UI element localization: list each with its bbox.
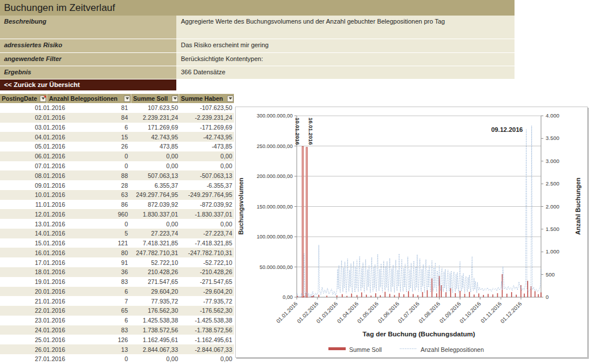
y-left-axis-title: Buchungsvolumen (237, 177, 244, 234)
table-cell: 08.01.2016 (0, 172, 67, 179)
column-header-label: Summe Haben (181, 95, 223, 102)
table-cell: -7.418.321,85 (179, 240, 234, 247)
table-row[interactable]: 06.01.201600,000,00 (0, 151, 234, 161)
table-cell: 2.844.067,33 (130, 346, 179, 353)
table-row[interactable]: 21.01.2016777.935,72-77.935,72 (0, 296, 234, 306)
table-row[interactable]: 22.01.201665176.562,30-176.562,30 (0, 306, 234, 316)
info-value: 366 Datensätze (176, 66, 515, 79)
table-row[interactable]: 25.01.20161261.162.495,61-1.162.495,61 (0, 335, 234, 344)
table-row[interactable]: 24.01.2016831.738.572,56-1.738.572,56 (0, 325, 234, 335)
filter-dropdown-icon[interactable] (227, 96, 233, 102)
table-cell: 04.01.2016 (0, 134, 67, 141)
table-row[interactable]: 19.01.201683271.547,65-271.547,65 (0, 277, 234, 287)
table-row[interactable]: 17.01.20169152.722,10-52.722,10 (0, 257, 234, 267)
table-row[interactable]: 15.01.20161217.418.321,85-7.418.321,85 (0, 238, 234, 248)
bar-summe-soll (450, 288, 451, 297)
table-row[interactable]: 16.01.201680247.782.710,31-247.782.710,3… (0, 248, 234, 257)
chart-container: 0,0050.000.000,00100.000.000,00150.000.0… (235, 107, 588, 358)
table-row[interactable]: 04.01.20161542.743,95-42.743,95 (0, 132, 234, 142)
x-tick-label: 01.08.2016 (417, 301, 441, 324)
info-row-beschreibung: Beschreibung Aggregierte Werte des Buchu… (0, 16, 515, 39)
table-row[interactable]: 18.01.201636210.428,26-210.428,26 (0, 267, 234, 277)
filter-dropdown-icon[interactable] (172, 96, 178, 102)
bar-summe-soll (302, 146, 304, 297)
info-value: Aggregierte Werte des Buchungsvolumens u… (176, 16, 515, 39)
table-row[interactable]: 20.01.2016629.604,20-29.604,20 (0, 287, 234, 297)
table-cell: 07.01.2016 (0, 162, 67, 169)
back-to-overview-button[interactable]: << Zurück zur Übersicht (0, 79, 176, 90)
table-cell: -210.428,26 (179, 268, 234, 275)
filter-dropdown-icon[interactable] (40, 96, 46, 102)
table-cell: 6 (67, 317, 130, 324)
legend-label-summe-soll: Summe Soll (349, 346, 382, 353)
table-cell: 02.01.2016 (0, 114, 67, 121)
table-row[interactable]: 14.01.2016527.223,74-27.223,74 (0, 229, 234, 238)
table-cell: 0,00 (130, 221, 179, 227)
y-right-tick-label: 0 (546, 294, 549, 300)
table-row[interactable]: 02.01.2016842.239.231,24-2.239.231,24 (0, 113, 234, 123)
table-row[interactable]: 10.01.201663249.297.764,95-249.297.764,9… (0, 190, 234, 200)
y-right-tick-label: 2.500 (546, 180, 559, 187)
table-cell: 121 (67, 240, 130, 247)
bar-summe-soll (511, 292, 512, 297)
bar-summe-soll (540, 293, 542, 297)
table-cell: 1.162.495,61 (130, 336, 179, 343)
table-cell: 10.01.2016 (0, 191, 67, 198)
table-cell: 83 (67, 327, 130, 333)
table-row[interactable]: 09.01.2016286.355,37-6.355,37 (0, 180, 234, 190)
table-cell: 24.01.2016 (0, 327, 67, 333)
x-tick-label: 01.05.2016 (356, 301, 380, 324)
line-anzahl-belegpositionen (297, 126, 541, 297)
bar-summe-soll (375, 293, 376, 297)
table-cell: 84 (67, 114, 130, 121)
table-cell: -1.738.572,56 (179, 327, 234, 333)
legend-swatch-summe-soll (328, 347, 346, 350)
table-row[interactable]: 26.01.2016132.844.067,33-2.844.067,33 (0, 344, 234, 354)
table-row[interactable]: 13.01.201600,000,00 (0, 219, 234, 229)
table-cell: 26.01.2016 (0, 346, 67, 353)
table-cell: 249.297.764,95 (130, 191, 179, 198)
info-label: Ergebnis (0, 66, 176, 79)
info-row-risiko: adressiertes Risiko Das Risiko erscheint… (0, 39, 515, 53)
table-row[interactable]: 07.01.201600,000,00 (0, 161, 234, 171)
y-right-tick-label: 4.000 (546, 112, 559, 119)
table-header: PostingDateAnzahl BelegpositionenSumme S… (0, 94, 234, 103)
table-cell: -1.162.495,61 (179, 336, 234, 343)
bar-summe-soll (538, 294, 539, 297)
table-row[interactable]: 03.01.20166171.269,69-171.269,69 (0, 123, 234, 132)
annotation-label: 10.01.2016 (294, 117, 301, 145)
table-cell: 0,00 (179, 355, 234, 362)
bar-summe-soll (306, 147, 308, 297)
table-cell: 13.01.2016 (0, 221, 67, 227)
y-left-tick-label: 100.000.000,00 (256, 234, 293, 240)
table-cell: -107.623,50 (179, 104, 234, 111)
table-cell: 77.935,72 (130, 298, 179, 305)
table-cell: -247.782.710,31 (179, 249, 234, 256)
table-row[interactable]: 23.01.201661.425.538,38-1.425.538,38 (0, 316, 234, 325)
bar-summe-soll (357, 295, 358, 297)
table-cell: 21.01.2016 (0, 298, 67, 305)
y-right-tick-label: 1.000 (546, 248, 559, 255)
table-body: 01.01.201681107.623,50-107.623,5002.01.2… (0, 103, 234, 364)
table-cell: 1.738.572,56 (130, 327, 179, 333)
annotation-label: 09.12.2016 (491, 126, 523, 133)
table-cell: 81 (67, 104, 130, 111)
y-right-tick-label: 1.500 (546, 226, 559, 232)
table-cell: -77.935,72 (179, 298, 234, 305)
info-row-filter: angewendete Filter Berücksichtigte Konte… (0, 53, 515, 66)
table-row[interactable]: 27.01.201600,000,00 (0, 354, 234, 364)
y-left-tick-label: 250.000.000,00 (256, 143, 293, 149)
table-row[interactable]: 01.01.201681107.623,50-107.623,50 (0, 103, 234, 113)
table-row[interactable]: 05.01.201626473,85-473,85 (0, 142, 234, 151)
x-tick-label: 01.03.2016 (315, 301, 339, 324)
bar-summe-soll (445, 292, 447, 297)
table-cell: -271.547,65 (179, 278, 234, 285)
table-row[interactable]: 12.01.20169601.830.337,01-1.830.337,01 (0, 209, 234, 219)
table-cell: 16.01.2016 (0, 249, 67, 256)
table-cell: 15.01.2016 (0, 240, 67, 247)
table-row[interactable]: 08.01.201688507.063,13-507.063,13 (0, 170, 234, 180)
table-cell: 52.722,10 (130, 259, 179, 266)
info-row-ergebnis: Ergebnis 366 Datensätze (0, 66, 515, 79)
table-row[interactable]: 11.01.201686872.039,92-872.039,92 (0, 200, 234, 210)
filter-dropdown-icon[interactable] (124, 96, 130, 102)
